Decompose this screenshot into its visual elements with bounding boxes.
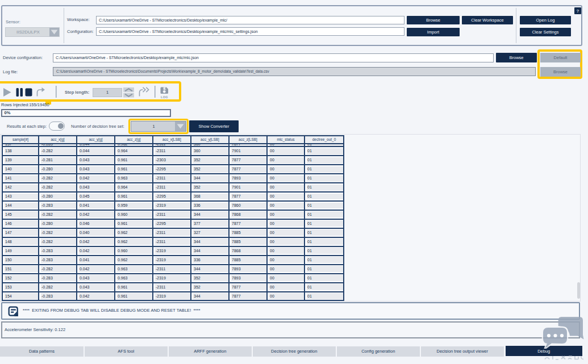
svg-text:LOG: LOG (161, 95, 168, 99)
